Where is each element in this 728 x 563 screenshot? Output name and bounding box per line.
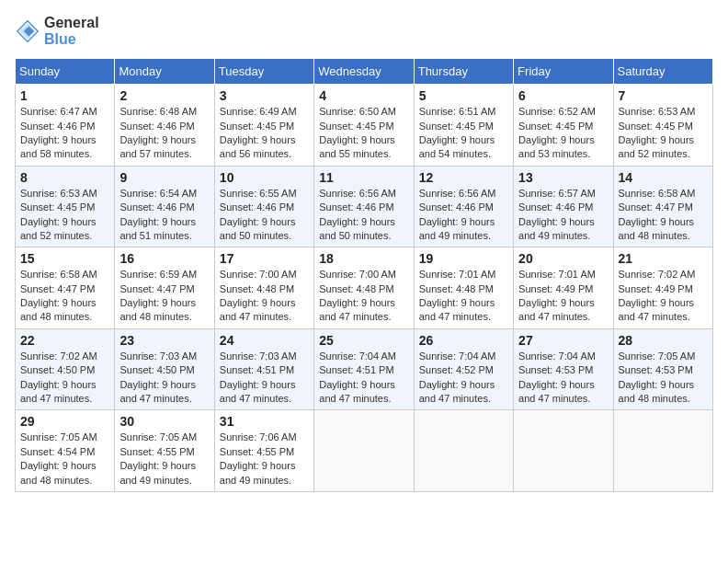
- day-number: 2: [119, 88, 209, 103]
- day-info: Sunrise: 6:58 AM Sunset: 4:47 PM Dayligh…: [619, 187, 708, 244]
- page-header: General Blue: [15, 15, 713, 47]
- day-info: Sunrise: 6:53 AM Sunset: 4:45 PM Dayligh…: [20, 187, 109, 244]
- calendar-cell: 16 Sunrise: 6:59 AM Sunset: 4:47 PM Dayl…: [115, 247, 214, 329]
- day-info: Sunrise: 7:03 AM Sunset: 4:51 PM Dayligh…: [220, 350, 309, 407]
- weekday-header-wednesday: Wednesday: [314, 59, 414, 85]
- weekday-header-thursday: Thursday: [414, 59, 513, 85]
- calendar-cell: 22 Sunrise: 7:02 AM Sunset: 4:50 PM Dayl…: [16, 328, 115, 410]
- day-number: 23: [119, 333, 209, 348]
- day-info: Sunrise: 6:50 AM Sunset: 4:45 PM Dayligh…: [319, 105, 408, 162]
- logo: General Blue: [15, 15, 99, 47]
- day-info: Sunrise: 6:52 AM Sunset: 4:45 PM Dayligh…: [518, 105, 608, 162]
- calendar-cell: 10 Sunrise: 6:55 AM Sunset: 4:46 PM Dayl…: [214, 166, 313, 247]
- day-info: Sunrise: 7:04 AM Sunset: 4:51 PM Dayligh…: [319, 350, 408, 407]
- calendar-cell: 25 Sunrise: 7:04 AM Sunset: 4:51 PM Dayl…: [314, 328, 414, 410]
- day-number: 21: [619, 251, 708, 266]
- day-info: Sunrise: 6:56 AM Sunset: 4:46 PM Dayligh…: [419, 187, 508, 244]
- day-number: 7: [619, 88, 708, 103]
- day-number: 25: [319, 333, 408, 348]
- logo-icon: [15, 18, 40, 44]
- calendar-cell: 11 Sunrise: 6:56 AM Sunset: 4:46 PM Dayl…: [314, 166, 414, 247]
- calendar-cell: 14 Sunrise: 6:58 AM Sunset: 4:47 PM Dayl…: [613, 166, 712, 247]
- calendar-cell: 29 Sunrise: 7:05 AM Sunset: 4:54 PM Dayl…: [16, 410, 115, 492]
- calendar-cell: 5 Sunrise: 6:51 AM Sunset: 4:45 PM Dayli…: [414, 85, 513, 167]
- day-number: 9: [119, 170, 209, 185]
- day-info: Sunrise: 7:05 AM Sunset: 4:54 PM Dayligh…: [20, 431, 109, 488]
- day-info: Sunrise: 6:57 AM Sunset: 4:46 PM Dayligh…: [518, 187, 608, 244]
- calendar-cell: 1 Sunrise: 6:47 AM Sunset: 4:46 PM Dayli…: [16, 85, 115, 167]
- day-info: Sunrise: 6:48 AM Sunset: 4:46 PM Dayligh…: [119, 105, 209, 162]
- calendar-cell: 2 Sunrise: 6:48 AM Sunset: 4:46 PM Dayli…: [115, 85, 214, 167]
- day-number: 16: [119, 251, 209, 266]
- calendar-cell: 4 Sunrise: 6:50 AM Sunset: 4:45 PM Dayli…: [314, 85, 414, 167]
- day-info: Sunrise: 6:51 AM Sunset: 4:45 PM Dayligh…: [419, 105, 508, 162]
- calendar-cell: 15 Sunrise: 6:58 AM Sunset: 4:47 PM Dayl…: [16, 247, 115, 329]
- calendar-cell: 20 Sunrise: 7:01 AM Sunset: 4:49 PM Dayl…: [514, 247, 613, 329]
- day-info: Sunrise: 7:02 AM Sunset: 4:50 PM Dayligh…: [20, 350, 109, 407]
- calendar-cell: 17 Sunrise: 7:00 AM Sunset: 4:48 PM Dayl…: [214, 247, 313, 329]
- calendar-cell: 30 Sunrise: 7:05 AM Sunset: 4:55 PM Dayl…: [115, 410, 214, 492]
- day-info: Sunrise: 7:04 AM Sunset: 4:53 PM Dayligh…: [518, 350, 608, 407]
- day-number: 22: [20, 333, 109, 348]
- day-info: Sunrise: 7:00 AM Sunset: 4:48 PM Dayligh…: [319, 268, 408, 325]
- day-number: 31: [220, 414, 309, 429]
- day-info: Sunrise: 7:02 AM Sunset: 4:49 PM Dayligh…: [619, 268, 708, 325]
- day-number: 6: [518, 88, 608, 103]
- calendar-cell: 9 Sunrise: 6:54 AM Sunset: 4:46 PM Dayli…: [115, 166, 214, 247]
- day-number: 13: [518, 170, 608, 185]
- calendar-cell: 6 Sunrise: 6:52 AM Sunset: 4:45 PM Dayli…: [514, 85, 613, 167]
- day-info: Sunrise: 6:53 AM Sunset: 4:45 PM Dayligh…: [619, 105, 708, 162]
- day-info: Sunrise: 7:01 AM Sunset: 4:49 PM Dayligh…: [518, 268, 608, 325]
- day-info: Sunrise: 6:58 AM Sunset: 4:47 PM Dayligh…: [20, 268, 109, 325]
- day-info: Sunrise: 7:03 AM Sunset: 4:50 PM Dayligh…: [119, 350, 209, 407]
- calendar-cell: [514, 410, 613, 492]
- calendar-cell: [314, 410, 414, 492]
- calendar-cell: 13 Sunrise: 6:57 AM Sunset: 4:46 PM Dayl…: [514, 166, 613, 247]
- calendar-cell: 26 Sunrise: 7:04 AM Sunset: 4:52 PM Dayl…: [414, 328, 513, 410]
- day-info: Sunrise: 6:56 AM Sunset: 4:46 PM Dayligh…: [319, 187, 408, 244]
- calendar-table: SundayMondayTuesdayWednesdayThursdayFrid…: [15, 58, 713, 492]
- day-number: 10: [220, 170, 309, 185]
- day-info: Sunrise: 7:04 AM Sunset: 4:52 PM Dayligh…: [419, 350, 508, 407]
- calendar-cell: 3 Sunrise: 6:49 AM Sunset: 4:45 PM Dayli…: [214, 85, 313, 167]
- calendar-cell: 12 Sunrise: 6:56 AM Sunset: 4:46 PM Dayl…: [414, 166, 513, 247]
- day-info: Sunrise: 6:47 AM Sunset: 4:46 PM Dayligh…: [20, 105, 109, 162]
- day-info: Sunrise: 6:54 AM Sunset: 4:46 PM Dayligh…: [119, 187, 209, 244]
- day-number: 5: [419, 88, 508, 103]
- day-number: 15: [20, 251, 109, 266]
- day-info: Sunrise: 6:55 AM Sunset: 4:46 PM Dayligh…: [220, 187, 309, 244]
- calendar-cell: 8 Sunrise: 6:53 AM Sunset: 4:45 PM Dayli…: [16, 166, 115, 247]
- day-info: Sunrise: 7:05 AM Sunset: 4:53 PM Dayligh…: [619, 350, 708, 407]
- day-number: 19: [419, 251, 508, 266]
- calendar-cell: 23 Sunrise: 7:03 AM Sunset: 4:50 PM Dayl…: [115, 328, 214, 410]
- day-number: 3: [220, 88, 309, 103]
- day-number: 17: [220, 251, 309, 266]
- day-number: 8: [20, 170, 109, 185]
- calendar-cell: 18 Sunrise: 7:00 AM Sunset: 4:48 PM Dayl…: [314, 247, 414, 329]
- weekday-header-sunday: Sunday: [16, 59, 115, 85]
- day-number: 1: [20, 88, 109, 103]
- day-number: 28: [619, 333, 708, 348]
- calendar-cell: 27 Sunrise: 7:04 AM Sunset: 4:53 PM Dayl…: [514, 328, 613, 410]
- day-number: 18: [319, 251, 408, 266]
- day-info: Sunrise: 7:06 AM Sunset: 4:55 PM Dayligh…: [220, 431, 309, 488]
- day-number: 29: [20, 414, 109, 429]
- day-number: 26: [419, 333, 508, 348]
- calendar-cell: 21 Sunrise: 7:02 AM Sunset: 4:49 PM Dayl…: [613, 247, 712, 329]
- weekday-header-tuesday: Tuesday: [214, 59, 313, 85]
- day-info: Sunrise: 6:49 AM Sunset: 4:45 PM Dayligh…: [220, 105, 309, 162]
- day-number: 14: [619, 170, 708, 185]
- day-number: 27: [518, 333, 608, 348]
- calendar-cell: 19 Sunrise: 7:01 AM Sunset: 4:48 PM Dayl…: [414, 247, 513, 329]
- day-number: 4: [319, 88, 408, 103]
- weekday-header-monday: Monday: [115, 59, 214, 85]
- day-number: 30: [119, 414, 209, 429]
- calendar-cell: 31 Sunrise: 7:06 AM Sunset: 4:55 PM Dayl…: [214, 410, 313, 492]
- day-number: 20: [518, 251, 608, 266]
- calendar-cell: 28 Sunrise: 7:05 AM Sunset: 4:53 PM Dayl…: [613, 328, 712, 410]
- day-number: 11: [319, 170, 408, 185]
- weekday-header-friday: Friday: [514, 59, 613, 85]
- calendar-cell: 24 Sunrise: 7:03 AM Sunset: 4:51 PM Dayl…: [214, 328, 313, 410]
- calendar-cell: [613, 410, 712, 492]
- day-number: 24: [220, 333, 309, 348]
